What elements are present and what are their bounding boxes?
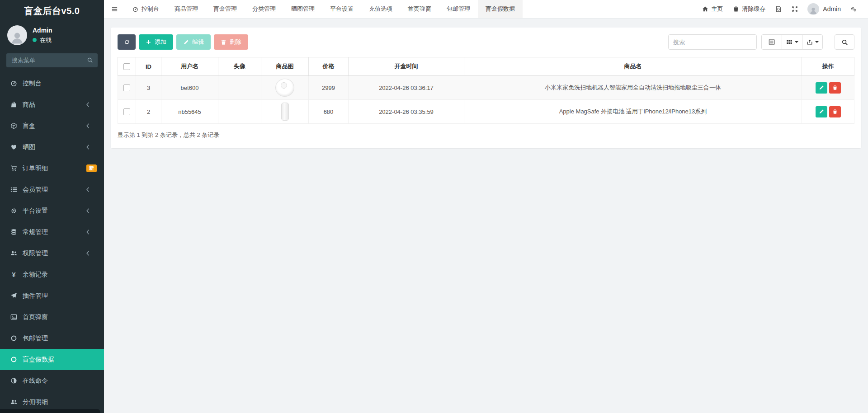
trash-icon — [832, 85, 838, 90]
sidebar-partial-item — [0, 409, 100, 413]
page-refresh-icon — [775, 6, 782, 12]
tab-goods-mgmt[interactable]: 商品管理 — [167, 0, 206, 18]
delete-button[interactable]: 删除 — [214, 34, 248, 50]
tab-blindbox-fake-data[interactable]: 盲盒假数据 — [478, 0, 523, 18]
row-delete-button[interactable] — [829, 82, 841, 94]
pencil-icon — [819, 85, 824, 90]
hamburger-menu-icon[interactable] — [104, 0, 125, 18]
sidebar-item-general[interactable]: 常规管理 — [0, 221, 104, 243]
button-label: 添加 — [155, 38, 166, 46]
tab-label: 分类管理 — [252, 5, 276, 13]
cell-product-image — [261, 76, 309, 100]
home-icon — [702, 6, 708, 12]
home-link[interactable]: 主页 — [697, 0, 728, 18]
topnav-icon-group — [770, 0, 803, 18]
row-checkbox[interactable] — [123, 108, 130, 115]
sidebar-menu: 控制台商品盲盒晒图订单明细新会员管理平台设置常规管理权限管理¥余额记录插件管理首… — [0, 73, 104, 413]
plus-icon — [146, 39, 151, 45]
search-button[interactable] — [835, 34, 854, 50]
cell-open-time: 2022-04-26 03:35:59 — [349, 100, 464, 124]
trash-icon — [733, 6, 739, 12]
home-label: 主页 — [711, 5, 723, 13]
columns-icon — [786, 39, 793, 45]
sidebar-item-blindbox[interactable]: 盲盒 — [0, 115, 104, 136]
dashboard-icon — [10, 80, 18, 87]
paper-plane-icon — [10, 292, 18, 299]
tab-label: 盲盒假数据 — [486, 5, 515, 13]
chevron-left-icon — [84, 229, 92, 235]
sidebar-search-input[interactable] — [6, 53, 98, 67]
sidebar-item-blindbox-fake-data[interactable]: 盲盒假数据 — [0, 349, 104, 370]
column-header: 开盒时间 — [349, 57, 464, 76]
cell-avatar — [218, 100, 261, 124]
row-edit-button[interactable] — [816, 82, 827, 94]
tab-shipping-mgmt[interactable]: 包邮管理 — [439, 0, 478, 18]
select-all-checkbox[interactable] — [123, 63, 130, 70]
cogs-icon — [850, 6, 857, 12]
sidebar-item-permissions[interactable]: 权限管理 — [0, 243, 104, 264]
cell-username: bet600 — [161, 76, 218, 100]
cell-open-time: 2022-04-26 03:36:17 — [349, 76, 464, 100]
tab-blindbox-mgmt[interactable]: 盲盒管理 — [206, 0, 245, 18]
tab-home-popup[interactable]: 首页弹窗 — [400, 0, 439, 18]
settings-button[interactable] — [845, 0, 862, 18]
cell-checkbox — [118, 100, 136, 124]
sidebar-item-orders[interactable]: 订单明细新 — [0, 158, 104, 179]
row-checkbox[interactable] — [123, 84, 130, 91]
page-refresh-button[interactable] — [770, 0, 787, 18]
tab-label: 首页弹窗 — [408, 5, 431, 13]
tab-photos-mgmt[interactable]: 晒图管理 — [283, 0, 322, 18]
topnav-tabs: 控制台商品管理盲盒管理分类管理晒图管理平台设置充值选项首页弹窗包邮管理盲盒假数据 — [125, 0, 523, 18]
refresh-button[interactable] — [118, 34, 136, 50]
sidebar-item-platform-settings[interactable]: 平台设置 — [0, 200, 104, 221]
caret-down-icon — [795, 41, 798, 43]
clear-cache-link[interactable]: 清除缓存 — [728, 0, 770, 18]
sidebar-item-home-popup[interactable]: 首页弹窗 — [0, 306, 104, 328]
sidebar-item-shipping[interactable]: 包邮管理 — [0, 328, 104, 349]
topnav-right: 主页 清除缓存 Admin — [697, 0, 868, 18]
gear-icon — [10, 207, 18, 214]
row-edit-button[interactable] — [816, 106, 827, 117]
export-button[interactable] — [802, 34, 823, 50]
toolbar-right — [668, 34, 854, 50]
cell-product-name: 小米米家免洗扫地机器人智能家用全自动清洗扫地拖地吸尘三合一体 — [464, 76, 802, 100]
online-status-dot — [33, 38, 37, 42]
tab-category-mgmt[interactable]: 分类管理 — [245, 0, 283, 18]
tab-label: 盲盒管理 — [213, 5, 237, 13]
caret-down-icon — [815, 41, 819, 43]
top-navbar: 控制台商品管理盲盒管理分类管理晒图管理平台设置充值选项首页弹窗包邮管理盲盒假数据… — [104, 0, 868, 19]
tab-label: 包邮管理 — [447, 5, 470, 13]
main-area: 控制台商品管理盲盒管理分类管理晒图管理平台设置充值选项首页弹窗包邮管理盲盒假数据… — [104, 0, 868, 413]
add-button[interactable]: 添加 — [139, 34, 173, 50]
detail-view-button[interactable] — [761, 34, 782, 50]
yen-icon: ¥ — [10, 271, 18, 278]
edit-button[interactable]: 编辑 — [176, 34, 211, 50]
sidebar-item-online-command[interactable]: 在线命令 — [0, 370, 104, 391]
sidebar-item-photos[interactable]: 晒图 — [0, 136, 104, 158]
app-title: 盲盒后台v5.0 — [0, 0, 104, 22]
user-status: 在线 — [33, 36, 52, 44]
tab-label: 充值选项 — [369, 5, 392, 13]
user-info: Admin 在线 — [33, 27, 52, 44]
sidebar-item-members[interactable]: 会员管理 — [0, 179, 104, 200]
sidebar-item-console[interactable]: 控制台 — [0, 73, 104, 94]
row-delete-button[interactable] — [829, 106, 841, 117]
column-header: 用户名 — [161, 57, 218, 76]
trash-icon — [832, 109, 838, 114]
columns-button[interactable] — [782, 34, 802, 50]
topnav-avatar[interactable] — [807, 3, 819, 15]
clear-cache-label: 清除缓存 — [742, 5, 765, 13]
fullscreen-button[interactable] — [787, 0, 803, 18]
sidebar-item-plugins[interactable]: 插件管理 — [0, 285, 104, 306]
sidebar-item-label: 盲盒假数据 — [23, 356, 54, 364]
tab-console[interactable]: 控制台 — [125, 0, 167, 18]
sidebar-item-label: 在线命令 — [23, 377, 48, 385]
sidebar-item-goods[interactable]: 商品 — [0, 94, 104, 115]
topnav-username[interactable]: Admin — [819, 5, 845, 13]
tab-recharge-options[interactable]: 充值选项 — [361, 0, 400, 18]
tab-platform-settings[interactable]: 平台设置 — [322, 0, 361, 18]
table-search-input[interactable] — [668, 34, 757, 50]
sidebar-item-balance[interactable]: ¥余额记录 — [0, 264, 104, 285]
sidebar-item-label: 包邮管理 — [23, 334, 48, 343]
image-icon — [10, 314, 18, 320]
